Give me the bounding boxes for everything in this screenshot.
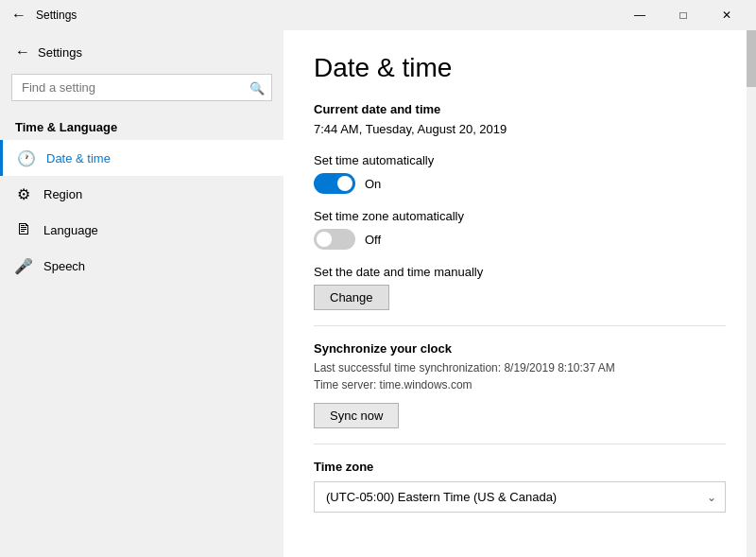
- window-title: Settings: [36, 9, 77, 22]
- set-timezone-auto-toggle[interactable]: [314, 229, 355, 250]
- sidebar-item-date-time[interactable]: 🕐 Date & time: [0, 140, 284, 176]
- back-nav-icon: ←: [11, 7, 26, 24]
- toggle-thumb-auto-time: [337, 176, 352, 191]
- divider-1: [314, 325, 726, 326]
- titlebar-left: ← Settings: [11, 7, 77, 24]
- scrollbar-track[interactable]: [747, 30, 756, 557]
- sidebar-item-language[interactable]: 🖹 Language: [0, 212, 284, 248]
- set-time-auto-state: On: [365, 177, 381, 191]
- search-input[interactable]: [11, 74, 272, 101]
- sidebar-back-button[interactable]: ← Settings: [0, 38, 284, 66]
- search-icon: 🔍: [249, 80, 265, 95]
- set-time-auto-row: On: [314, 173, 726, 194]
- main-content: Date & time Current date and time 7:44 A…: [284, 30, 756, 557]
- current-date-label: Current date and time: [314, 102, 726, 116]
- speech-icon: 🎤: [15, 257, 32, 274]
- sidebar-item-speech[interactable]: 🎤 Speech: [0, 248, 284, 284]
- back-label: Settings: [38, 45, 82, 60]
- sync-info-2: Time server: time.windows.com: [314, 378, 726, 392]
- set-timezone-auto-label: Set time zone automatically: [314, 209, 726, 223]
- minimize-button[interactable]: —: [618, 0, 662, 30]
- close-button[interactable]: ✕: [705, 0, 748, 30]
- sidebar-section-title: Time & Language: [0, 109, 284, 140]
- current-date-value: 7:44 AM, Tuesday, August 20, 2019: [314, 122, 726, 136]
- set-timezone-auto-state: Off: [365, 233, 381, 247]
- sidebar-item-label-date-time: Date & time: [46, 151, 111, 165]
- set-timezone-auto-row: Off: [314, 229, 726, 250]
- set-time-auto-toggle[interactable]: [314, 173, 355, 194]
- region-icon: ⚙: [15, 185, 32, 202]
- timezone-select[interactable]: (UTC-05:00) Eastern Time (US & Canada) (…: [314, 481, 726, 513]
- change-button[interactable]: Change: [314, 285, 389, 310]
- timezone-select-wrapper: (UTC-05:00) Eastern Time (US & Canada) (…: [314, 481, 726, 513]
- sync-label: Synchronize your clock: [314, 341, 726, 356]
- timezone-label: Time zone: [314, 460, 726, 474]
- content-area: ← Settings 🔍 Time & Language 🕐 Date & ti…: [0, 30, 756, 557]
- language-icon: 🖹: [15, 221, 32, 238]
- back-arrow-icon: ←: [15, 44, 30, 61]
- search-box: 🔍: [11, 74, 272, 101]
- sidebar: ← Settings 🔍 Time & Language 🕐 Date & ti…: [0, 30, 284, 557]
- titlebar: ← Settings — □ ✕: [0, 0, 756, 30]
- window-controls: — □ ✕: [618, 0, 748, 30]
- maximize-button[interactable]: □: [662, 0, 705, 30]
- sidebar-item-label-speech: Speech: [43, 259, 85, 273]
- settings-window: ← Settings — □ ✕ ← Settings 🔍 Time & Lan…: [0, 0, 756, 557]
- page-title: Date & time: [314, 53, 726, 83]
- sync-info-1: Last successful time synchronization: 8/…: [314, 361, 726, 374]
- divider-2: [314, 444, 726, 444]
- date-time-icon: 🕐: [18, 149, 35, 166]
- sidebar-item-label-region: Region: [43, 187, 82, 201]
- sync-now-button[interactable]: Sync now: [314, 403, 399, 428]
- set-manually-label: Set the date and time manually: [314, 265, 726, 279]
- sidebar-item-label-language: Language: [43, 223, 98, 237]
- set-time-auto-label: Set time automatically: [314, 153, 726, 167]
- toggle-thumb-auto-tz: [317, 232, 332, 247]
- sidebar-item-region[interactable]: ⚙ Region: [0, 176, 284, 212]
- scrollbar-thumb[interactable]: [747, 30, 756, 87]
